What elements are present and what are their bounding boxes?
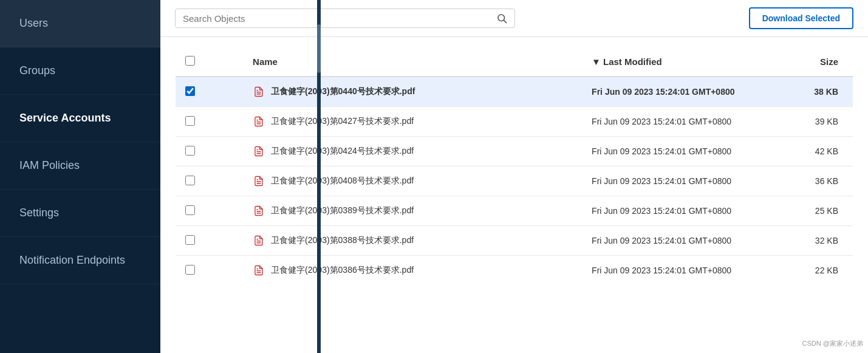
- pdf-icon: [253, 145, 265, 157]
- sidebar-scrolltrack: [317, 0, 321, 353]
- col-header-size: Size: [785, 47, 853, 77]
- file-table: Name ▼Last Modified Size 卫食健字(2003)第0440…: [175, 47, 853, 286]
- file-size: 22 KB: [785, 256, 853, 286]
- search-icon: [496, 13, 507, 24]
- svg-line-1: [504, 20, 506, 22]
- pdf-icon: [253, 264, 265, 276]
- sidebar-scrollthumb: [317, 24, 321, 73]
- table-row: 卫食健字(2003)第0440号技术要求.pdfFri Jun 09 2023 …: [176, 77, 853, 107]
- sidebar-item-users[interactable]: Users: [0, 0, 160, 47]
- table-row: 卫食健字(2003)第0389号技术要求.pdfFri Jun 09 2023 …: [176, 196, 853, 226]
- file-name: 卫食健字(2003)第0408号技术要求.pdf: [271, 176, 414, 187]
- file-name: 卫食健字(2003)第0386号技术要求.pdf: [271, 265, 414, 276]
- pdf-icon: [253, 86, 265, 98]
- file-name: 卫食健字(2003)第0389号技术要求.pdf: [271, 205, 414, 216]
- file-size: 36 KB: [785, 166, 853, 196]
- file-modified: Fri Jun 09 2023 15:24:01 GMT+0800: [582, 77, 785, 107]
- file-modified: Fri Jun 09 2023 15:24:01 GMT+0800: [582, 196, 785, 226]
- main-content: Download Selected Name ▼Last Modified Si…: [160, 0, 868, 353]
- sidebar-item-notification-endpoints[interactable]: Notification Endpoints: [0, 237, 160, 284]
- file-size: 25 KB: [785, 196, 853, 226]
- file-size: 42 KB: [785, 137, 853, 166]
- file-modified: Fri Jun 09 2023 15:24:01 GMT+0800: [582, 226, 785, 256]
- row-checkbox[interactable]: [185, 265, 195, 275]
- row-checkbox[interactable]: [185, 176, 195, 185]
- row-checkbox[interactable]: [185, 86, 195, 96]
- search-input[interactable]: [183, 13, 496, 24]
- file-modified: Fri Jun 09 2023 15:24:01 GMT+0800: [582, 166, 785, 196]
- table-container: Name ▼Last Modified Size 卫食健字(2003)第0440…: [160, 37, 868, 353]
- table-row: 卫食健字(2003)第0408号技术要求.pdfFri Jun 09 2023 …: [176, 166, 853, 196]
- sort-arrow-icon: ▼: [592, 57, 601, 67]
- file-size: 39 KB: [785, 107, 853, 137]
- row-checkbox[interactable]: [185, 116, 195, 126]
- search-container: [175, 9, 515, 28]
- sidebar-item-service-accounts[interactable]: Service Accounts: [0, 95, 160, 142]
- select-all-header: [176, 47, 244, 77]
- row-checkbox[interactable]: [185, 146, 195, 156]
- file-size: 38 KB: [785, 77, 853, 107]
- sidebar: UsersGroupsService AccountsIAM PoliciesS…: [0, 0, 160, 353]
- file-name: 卫食健字(2003)第0440号技术要求.pdf: [271, 86, 415, 97]
- file-size: 32 KB: [785, 226, 853, 256]
- file-name: 卫食健字(2003)第0388号技术要求.pdf: [271, 235, 414, 246]
- row-checkbox[interactable]: [185, 235, 195, 245]
- file-modified: Fri Jun 09 2023 15:24:01 GMT+0800: [582, 256, 785, 286]
- table-row: 卫食健字(2003)第0424号技术要求.pdfFri Jun 09 2023 …: [176, 137, 853, 166]
- table-row: 卫食健字(2003)第0388号技术要求.pdfFri Jun 09 2023 …: [176, 226, 853, 256]
- file-name: 卫食健字(2003)第0424号技术要求.pdf: [271, 146, 414, 157]
- row-checkbox[interactable]: [185, 205, 195, 215]
- table-row: 卫食健字(2003)第0386号技术要求.pdfFri Jun 09 2023 …: [176, 256, 853, 286]
- file-modified: Fri Jun 09 2023 15:24:01 GMT+0800: [582, 137, 785, 166]
- sidebar-item-groups[interactable]: Groups: [0, 47, 160, 95]
- top-bar: Download Selected: [160, 0, 868, 37]
- pdf-icon: [253, 175, 265, 187]
- search-button[interactable]: [496, 13, 507, 24]
- pdf-icon: [253, 205, 265, 217]
- download-selected-button[interactable]: Download Selected: [749, 7, 853, 29]
- select-all-checkbox[interactable]: [185, 56, 195, 66]
- sidebar-item-settings[interactable]: Settings: [0, 190, 160, 237]
- col-header-name: Name: [243, 47, 582, 77]
- table-row: 卫食健字(2003)第0427号技术要求.pdfFri Jun 09 2023 …: [176, 107, 853, 137]
- pdf-icon: [253, 115, 265, 128]
- file-name: 卫食健字(2003)第0427号技术要求.pdf: [271, 116, 414, 127]
- sidebar-item-iam-policies[interactable]: IAM Policies: [0, 142, 160, 190]
- pdf-icon: [253, 235, 265, 247]
- col-header-modified[interactable]: ▼Last Modified: [582, 47, 785, 77]
- file-modified: Fri Jun 09 2023 15:24:01 GMT+0800: [582, 107, 785, 137]
- table-header-row: Name ▼Last Modified Size: [176, 47, 853, 77]
